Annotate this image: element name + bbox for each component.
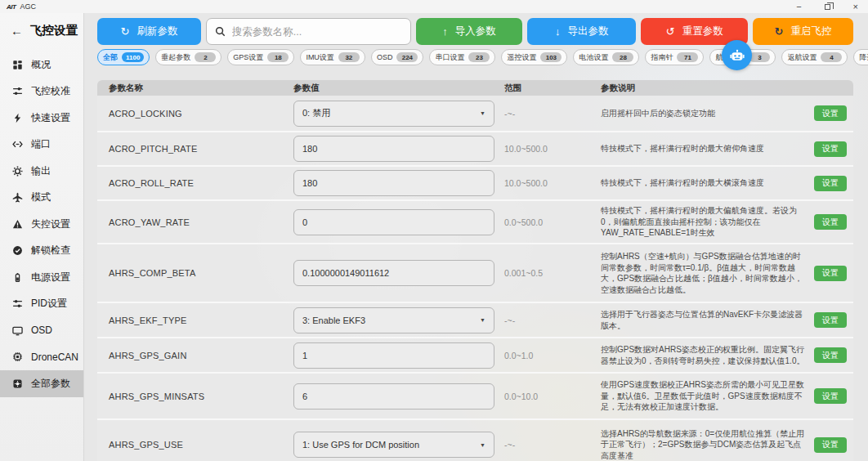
param-value-input[interactable] (293, 170, 494, 196)
param-value-input[interactable] (293, 136, 494, 162)
import-params-button[interactable]: ↑ 导入参数 (416, 18, 523, 45)
sidebar-item-pid[interactable]: PID设置 (0, 291, 83, 318)
grid-icon (11, 59, 23, 70)
header-range: 范围 (504, 83, 601, 94)
chip-label: 指南针 (651, 52, 673, 63)
battery-icon (11, 271, 23, 283)
header-param-name: 参数名称 (97, 83, 293, 94)
sidebar-item-dronecan[interactable]: DroneCAN (0, 344, 83, 371)
chip-rc[interactable]: 遥控设置103 (501, 49, 567, 65)
sidebar-item-calibration[interactable]: 飞控校准 (0, 78, 83, 105)
chip-all[interactable]: 全部1100 (97, 49, 150, 65)
set-button[interactable]: 设置 (814, 347, 847, 363)
chip-icon (11, 351, 23, 363)
gear-icon (11, 165, 23, 177)
set-button[interactable]: 设置 (814, 141, 847, 157)
sliders-icon (11, 298, 23, 310)
chip-compass[interactable]: 指南针71 (645, 49, 704, 65)
param-range: -~- (504, 109, 601, 119)
param-name: ACRO_ROLL_RATE (97, 178, 293, 188)
chip-label: 返航设置 (787, 52, 817, 63)
restore-icon (825, 4, 830, 10)
param-value-input[interactable] (293, 383, 494, 410)
back-button[interactable]: ← (11, 25, 23, 37)
select-value: 0: 禁用 (302, 107, 330, 119)
chip-landing[interactable]: 降落设置17 (853, 49, 868, 65)
close-button[interactable]: × (853, 0, 858, 13)
search-box[interactable] (206, 18, 411, 45)
maximize-button[interactable] (825, 0, 830, 13)
param-name: AHRS_GPS_MINSATS (97, 392, 293, 401)
sidebar-item-label: 全部参数 (31, 377, 70, 391)
app-window: AIT AGC − × ← 飞控设置 概况 飞控校准 (0, 0, 868, 461)
param-value-input[interactable] (293, 260, 494, 286)
set-button[interactable]: 设置 (814, 312, 847, 328)
sidebar-item-osd[interactable]: OSD (0, 317, 83, 344)
minimize-button[interactable]: − (796, 0, 801, 13)
param-description: 特技模式下，摇杆满行程时的最大横滚角速度 (601, 177, 806, 189)
chip-rtl[interactable]: 返航设置4 (781, 49, 848, 65)
set-button[interactable]: 设置 (814, 176, 847, 191)
chip-battery[interactable]: 电池设置28 (573, 49, 639, 65)
set-button[interactable]: 设置 (814, 266, 847, 281)
chip-serial[interactable]: 串口设置23 (429, 49, 495, 65)
chip-count-badge: 2 (195, 52, 216, 62)
header-description: 参数说明 (601, 83, 635, 94)
param-name: AHRS_GPS_USE (97, 440, 293, 450)
param-value-select[interactable]: 1: Use GPS for DCM position▼ (293, 432, 494, 458)
table-row: AHRS_COMP_BETA 0.001~0.5 控制AHRS（空速+航向）与G… (97, 244, 853, 303)
sidebar-item-output[interactable]: 输出 (0, 158, 83, 185)
table-header: 参数名称 参数值 范围 参数说明 (97, 80, 853, 96)
param-value-select[interactable]: 0: 禁用▼ (293, 101, 494, 127)
sidebar-item-failsafe[interactable]: 失控设置 (0, 211, 83, 238)
search-input[interactable] (232, 26, 402, 38)
robot-icon (728, 47, 746, 65)
chip-count-badge: 32 (338, 52, 360, 62)
sidebar-item-label: 电源设置 (31, 271, 70, 284)
set-button[interactable]: 设置 (814, 437, 847, 453)
refresh-icon: ↻ (120, 26, 129, 37)
sidebar-item-power[interactable]: 电源设置 (0, 264, 83, 291)
param-value-input[interactable] (293, 209, 494, 235)
chip-label: 降落设置 (859, 52, 868, 63)
chip-osd[interactable]: OSD224 (371, 49, 424, 65)
sidebar-item-quick-setup[interactable]: 快速设置 (0, 105, 83, 132)
sidebar-item-all-params[interactable]: 全部参数 (0, 370, 83, 397)
export-params-button[interactable]: ↓ 导出参数 (527, 18, 636, 45)
sidebar: ← 飞控设置 概况 飞控校准 快速设置 端口 (0, 13, 84, 461)
sidebar-item-label: 解锁检查 (31, 244, 70, 257)
export-params-label: 导出参数 (568, 25, 609, 38)
sidebar-item-ports[interactable]: 端口 (0, 132, 83, 159)
param-value-input[interactable] (293, 342, 494, 369)
header-param-value: 参数值 (293, 83, 504, 94)
sidebar-item-label: 概况 (31, 58, 51, 72)
param-description: 选择AHRS的导航数据来源：0=仅使用航位推算（禁止用于正常飞行）；2=GPS数… (601, 428, 806, 461)
reboot-fc-button[interactable]: ↻ 重启飞控 (753, 18, 853, 45)
chip-imu[interactable]: IMU设置32 (300, 49, 365, 65)
assistant-fab[interactable] (722, 40, 752, 70)
bolt-icon (11, 112, 23, 123)
set-button[interactable]: 设置 (814, 105, 847, 121)
chip-count-badge: 71 (677, 52, 698, 62)
sidebar-item-overview[interactable]: 概况 (0, 51, 83, 78)
sidebar-item-label: 快速设置 (31, 111, 70, 125)
chevron-down-icon: ▼ (480, 317, 485, 323)
sidebar-item-label: 输出 (31, 164, 51, 178)
param-name: ACRO_YAW_RATE (97, 217, 293, 227)
restart-icon: ↻ (775, 26, 784, 37)
param-description: 选择用于飞行器姿态与位置估算的NavEKF卡尔曼滤波器版本。 (601, 309, 806, 331)
chip-gps[interactable]: GPS设置18 (227, 49, 294, 65)
table-row: AHRS_EKF_TYPE 3: Enable EKF3▼ -~- 选择用于飞行… (97, 303, 853, 338)
param-name: AHRS_COMP_BETA (97, 268, 293, 278)
chip-vtol[interactable]: 垂起参数2 (155, 49, 221, 65)
param-range: 0.0~500.0 (504, 217, 601, 227)
set-button[interactable]: 设置 (814, 388, 847, 404)
param-range: 10.0~500.0 (504, 178, 601, 188)
chip-label: 串口设置 (435, 52, 464, 63)
sidebar-item-modes[interactable]: 模式 (0, 185, 83, 212)
sidebar-item-arming-check[interactable]: 解锁检查 (0, 238, 83, 265)
param-value-select[interactable]: 3: Enable EKF3▼ (293, 307, 494, 333)
refresh-params-button[interactable]: ↻ 刷新参数 (97, 18, 201, 45)
chip-label: 电池设置 (579, 52, 608, 63)
set-button[interactable]: 设置 (814, 214, 847, 230)
